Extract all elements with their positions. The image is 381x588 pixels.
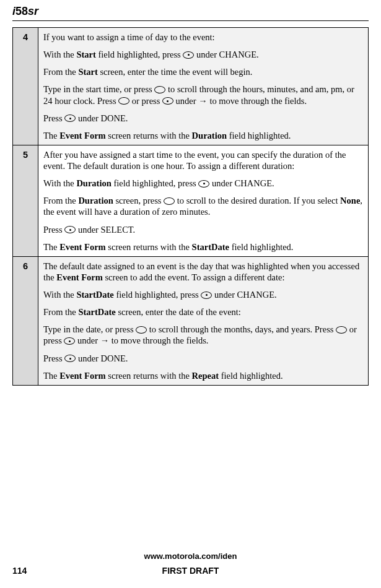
model-suffix: sr — [28, 5, 38, 17]
footer-url: www.motorola.com/iden — [0, 551, 381, 561]
bold-text: Event Form — [59, 131, 106, 141]
step-paragraph: After you have assigned a start time to … — [43, 149, 363, 171]
bold-text: Repeat — [192, 371, 219, 381]
bold-text: Event Form — [59, 371, 106, 381]
bold-text: Event Form — [59, 242, 106, 252]
step-paragraph: Press under DONE. — [43, 113, 363, 124]
step-paragraph: From the Start screen, enter the time th… — [43, 66, 363, 77]
step-paragraph: From the StartDate screen, enter the dat… — [43, 306, 363, 318]
step-paragraph: Press under SELECT. — [43, 224, 363, 235]
step-number: 4 — [13, 28, 38, 145]
button-key-icon — [162, 97, 173, 105]
bold-text: StartDate — [76, 290, 113, 300]
page-footer: www.motorola.com/iden 114 FIRST DRAFT 00… — [0, 551, 381, 576]
nav-key-icon — [136, 326, 147, 334]
button-key-icon — [64, 355, 76, 362]
bold-text: Duration — [78, 196, 113, 205]
nav-key-icon — [154, 86, 165, 93]
step-paragraph: The Event Form screen returns with the R… — [43, 370, 363, 381]
step-number: 6 — [13, 256, 38, 385]
button-key-icon — [201, 292, 212, 299]
button-key-icon — [64, 226, 76, 233]
step-content: The default date assigned to an event is… — [38, 256, 369, 385]
step-paragraph: The default date assigned to an event is… — [43, 261, 363, 283]
bold-text: Duration — [76, 178, 111, 188]
step-number: 5 — [13, 145, 38, 256]
step-paragraph: The Event Form screen returns with the D… — [43, 130, 363, 141]
draft-label: FIRST DRAFT — [162, 566, 219, 576]
arrow-right-icon: → — [100, 335, 110, 345]
page-header: i58sr — [0, 0, 381, 20]
bold-text: StartDate — [78, 307, 115, 317]
step-paragraph: Type in the start time, or press to scro… — [43, 84, 363, 106]
step-paragraph: With the Duration field highlighted, pre… — [43, 178, 363, 189]
bold-text: Start — [78, 67, 97, 77]
step-paragraph: The Event Form screen returns with the S… — [43, 241, 363, 253]
button-key-icon — [198, 180, 209, 188]
bold-text: StartDate — [192, 242, 229, 252]
bold-text: None — [340, 196, 360, 205]
steps-table: 4If you want to assign a time of day to … — [12, 27, 369, 386]
step-content: If you want to assign a time of day to t… — [38, 28, 369, 145]
step-paragraph: From the Duration screen, press to scrol… — [43, 195, 363, 217]
nav-key-icon — [164, 197, 175, 205]
step-paragraph: Press under DONE. — [43, 353, 363, 364]
page-number: 114 — [12, 566, 27, 576]
bold-text: Duration — [192, 131, 227, 141]
bold-text: Start — [76, 50, 95, 59]
header-divider — [12, 20, 369, 21]
bold-text: Event Form — [56, 272, 103, 282]
nav-key-icon — [336, 326, 347, 334]
nav-key-icon — [118, 97, 129, 105]
arrow-right-icon: → — [198, 96, 208, 106]
step-paragraph: Type in the date, or press to scroll thr… — [43, 324, 363, 346]
table-row: 5After you have assigned a start time to… — [13, 145, 369, 256]
table-row: 4If you want to assign a time of day to … — [13, 28, 369, 145]
button-key-icon — [183, 51, 194, 59]
step-paragraph: With the Start field highlighted, press … — [43, 49, 363, 60]
step-content: After you have assigned a start time to … — [38, 145, 369, 256]
model-number: 58 — [15, 5, 28, 17]
button-key-icon — [64, 337, 75, 345]
table-row: 6The default date assigned to an event i… — [13, 256, 369, 385]
button-key-icon — [64, 115, 76, 122]
step-paragraph: If you want to assign a time of day to t… — [43, 32, 363, 43]
step-paragraph: With the StartDate field highlighted, pr… — [43, 289, 363, 300]
